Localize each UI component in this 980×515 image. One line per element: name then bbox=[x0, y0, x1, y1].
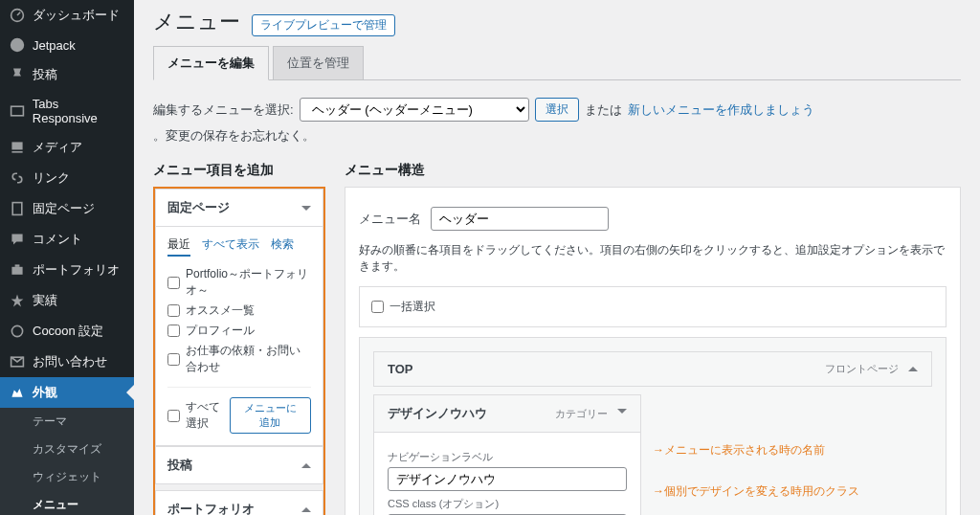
achieve-icon bbox=[10, 293, 27, 308]
submenu-customize[interactable]: カスタマイズ bbox=[0, 436, 134, 463]
or-text: または bbox=[585, 101, 622, 119]
add-items-column: メニュー項目を追加 固定ページ 最近 すべて表示 検索 Portfolio～ポー… bbox=[153, 162, 325, 515]
mini-tab-all[interactable]: すべて表示 bbox=[202, 236, 259, 257]
accordion-portfolio[interactable]: ポートフォリオ bbox=[156, 491, 323, 515]
submenu-themes[interactable]: テーマ bbox=[0, 408, 134, 436]
sidebar-item-comments[interactable]: コメント bbox=[0, 224, 134, 255]
sidebar-item-achievements[interactable]: 実績 bbox=[0, 285, 134, 316]
menu-items-area: TOPフロントページ デザインノウハウカテゴリー ナビゲーションラベル CSS … bbox=[359, 337, 947, 515]
css-class-label: CSS class (オプション) bbox=[388, 497, 627, 511]
sidebar-label: 実績 bbox=[33, 292, 57, 309]
svg-rect-3 bbox=[11, 142, 22, 149]
page-checkbox[interactable] bbox=[167, 277, 180, 289]
structure-column: メニュー構造 メニュー名 好みの順番に各項目をドラッグしてください。項目の右側の… bbox=[345, 162, 961, 515]
tab-edit-menus[interactable]: メニューを編集 bbox=[153, 46, 269, 80]
sidebar-item-cocoon[interactable]: Cocoon 設定 bbox=[0, 316, 134, 347]
menu-name-label: メニュー名 bbox=[359, 211, 421, 228]
admin-sidebar: ダッシュボード Jetpack 投稿 Tabs Responsive メディア … bbox=[0, 0, 134, 515]
sidebar-item-jetpack[interactable]: Jetpack bbox=[0, 31, 134, 59]
submenu-menus[interactable]: メニュー bbox=[0, 491, 134, 515]
menu-name-input[interactable] bbox=[431, 207, 609, 231]
live-preview-button[interactable]: ライブプレビューで管理 bbox=[252, 14, 395, 36]
page-title: メニュー bbox=[153, 8, 240, 36]
select-all-checkbox[interactable] bbox=[167, 410, 180, 422]
svg-rect-4 bbox=[11, 151, 22, 153]
chevron-up-icon bbox=[301, 206, 311, 211]
sidebar-label: Tabs Responsive bbox=[33, 97, 126, 125]
svg-rect-5 bbox=[12, 203, 22, 215]
sidebar-label: リンク bbox=[33, 169, 70, 187]
sidebar-item-contact[interactable]: お問い合わせ bbox=[0, 347, 134, 377]
page-icon bbox=[10, 201, 27, 216]
jetpack-icon bbox=[10, 37, 27, 53]
nav-label-label: ナビゲーションラベル bbox=[388, 450, 627, 464]
sidebar-label: メディア bbox=[33, 139, 82, 156]
dashboard-icon bbox=[10, 8, 27, 23]
sidebar-item-links[interactable]: リンク bbox=[0, 163, 134, 193]
sidebar-item-pages[interactable]: 固定ページ bbox=[0, 193, 134, 224]
sidebar-label: 外観 bbox=[33, 384, 57, 401]
tab-manage-locations[interactable]: 位置を管理 bbox=[273, 46, 364, 79]
add-to-menu-button[interactable]: メニューに追加 bbox=[230, 397, 311, 434]
sidebar-item-portfolio[interactable]: ポートフォリオ bbox=[0, 255, 134, 285]
sidebar-label: ダッシュボード bbox=[33, 7, 120, 24]
svg-rect-2 bbox=[11, 106, 24, 116]
sidebar-label: 投稿 bbox=[33, 66, 57, 83]
structure-heading: メニュー構造 bbox=[345, 162, 961, 179]
cocoon-icon bbox=[10, 324, 27, 339]
add-items-heading: メニュー項目を追加 bbox=[153, 162, 325, 179]
bulk-select-checkbox[interactable] bbox=[371, 301, 384, 313]
menu-item-top[interactable]: TOPフロントページ bbox=[373, 351, 932, 387]
select-button[interactable]: 選択 bbox=[535, 98, 579, 122]
submenu-widgets[interactable]: ウィジェット bbox=[0, 463, 134, 491]
page-checkbox[interactable] bbox=[167, 304, 180, 317]
page-checkbox[interactable] bbox=[167, 325, 180, 337]
page-checkbox[interactable] bbox=[167, 353, 180, 366]
appearance-submenu: テーマ カスタマイズ ウィジェット メニュー ヘッダー 背景 追加 CSS テー… bbox=[0, 408, 134, 515]
sidebar-label: 固定ページ bbox=[33, 200, 95, 217]
structure-help: 好みの順番に各項目をドラッグしてください。項目の右側の矢印をクリックすると、追加… bbox=[359, 242, 947, 275]
menu-select-row: 編集するメニューを選択: ヘッダー (ヘッダーメニュー) 選択 または新しいメニ… bbox=[153, 98, 961, 145]
sidebar-label: Jetpack bbox=[33, 38, 76, 53]
media-icon bbox=[10, 140, 27, 155]
svg-rect-6 bbox=[11, 267, 22, 275]
sidebar-item-posts[interactable]: 投稿 bbox=[0, 59, 134, 90]
link-icon bbox=[10, 170, 27, 186]
menu-select-label: 編集するメニューを選択: bbox=[153, 101, 294, 119]
chevron-down-icon bbox=[301, 463, 311, 468]
nav-tabs: メニューを編集 位置を管理 bbox=[153, 46, 961, 80]
mail-icon bbox=[10, 354, 27, 369]
sidebar-label: コメント bbox=[33, 231, 82, 248]
chevron-up-icon bbox=[617, 409, 627, 418]
add-items-highlight: 固定ページ 最近 すべて表示 検索 Portfolio～ポートフォリオ～ オスス… bbox=[153, 187, 325, 515]
accordion-posts[interactable]: 投稿 bbox=[156, 447, 323, 483]
menu-item-design[interactable]: デザインノウハウカテゴリー ナビゲーションラベル CSS class (オプショ… bbox=[373, 394, 641, 515]
sidebar-label: Cocoon 設定 bbox=[33, 323, 103, 340]
menu-select[interactable]: ヘッダー (ヘッダーメニュー) bbox=[300, 98, 529, 122]
sidebar-item-media[interactable]: メディア bbox=[0, 132, 134, 163]
svg-rect-7 bbox=[15, 264, 20, 266]
hint-text: 。変更の保存をお忘れなく。 bbox=[153, 127, 315, 145]
note-nav-label: →メニューに表示される時の名前 bbox=[653, 442, 932, 459]
note-css-class: →個別でデザインを変える時用のクラス bbox=[653, 483, 932, 500]
pin-icon bbox=[10, 67, 27, 82]
create-menu-link[interactable]: 新しいメニューを作成しましょう bbox=[628, 101, 814, 119]
appearance-icon bbox=[10, 385, 27, 400]
chevron-down-icon bbox=[301, 507, 311, 512]
tabs-icon bbox=[10, 103, 27, 119]
sidebar-item-appearance[interactable]: 外観 bbox=[0, 377, 134, 408]
sidebar-label: お問い合わせ bbox=[33, 353, 107, 370]
main-content: メニュー ライブプレビューで管理 メニューを編集 位置を管理 編集するメニューを… bbox=[134, 0, 980, 515]
comment-icon bbox=[10, 232, 27, 247]
mini-tab-search[interactable]: 検索 bbox=[271, 236, 294, 257]
svg-point-1 bbox=[11, 38, 24, 52]
accordion-fixed-pages[interactable]: 固定ページ bbox=[156, 190, 323, 226]
sidebar-item-tabs[interactable]: Tabs Responsive bbox=[0, 90, 134, 132]
sidebar-label: ポートフォリオ bbox=[33, 261, 120, 279]
mini-tab-recent[interactable]: 最近 bbox=[167, 236, 190, 257]
chevron-down-icon bbox=[908, 362, 918, 371]
svg-point-8 bbox=[11, 325, 22, 336]
portfolio-icon bbox=[10, 262, 27, 278]
sidebar-item-dashboard[interactable]: ダッシュボード bbox=[0, 0, 134, 31]
nav-label-input[interactable] bbox=[388, 467, 627, 491]
